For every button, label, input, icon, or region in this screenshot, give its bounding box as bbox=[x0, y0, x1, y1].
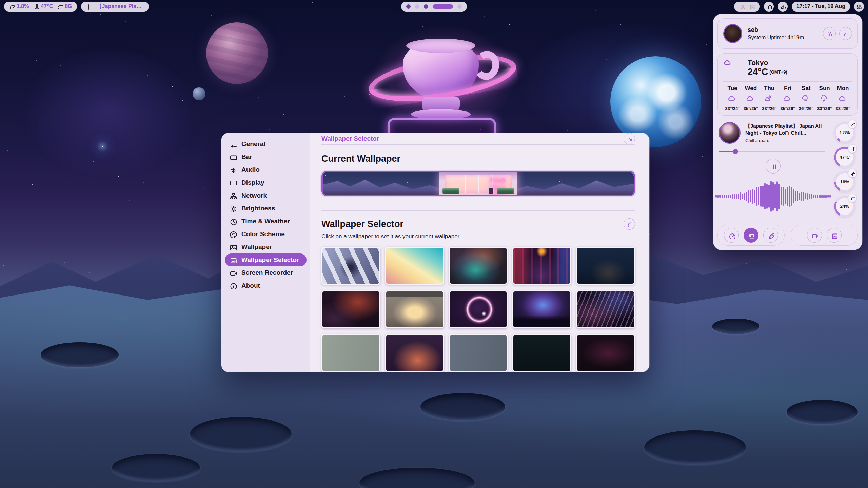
sidebar-item-label: Network bbox=[241, 192, 267, 199]
sidebar-item-color-scheme[interactable]: Color Scheme bbox=[225, 228, 307, 241]
settings-button[interactable] bbox=[823, 27, 836, 40]
play-pause-button[interactable] bbox=[766, 159, 781, 174]
wallpaper-thumbnail[interactable] bbox=[385, 247, 444, 285]
performance-mode-button[interactable] bbox=[724, 228, 739, 243]
sidebar-item-label: Wallpaper Selector bbox=[241, 256, 299, 264]
clock-pill[interactable]: 17:17 - Tue, 19 Aug bbox=[792, 2, 850, 12]
volume-button[interactable] bbox=[778, 2, 788, 12]
sidebar-item-about[interactable]: About bbox=[225, 279, 307, 292]
clock-text: 17:17 - Tue, 19 Aug bbox=[796, 3, 845, 9]
workspace-dot-4-active[interactable] bbox=[433, 4, 453, 9]
forecast-day-label: Thu bbox=[764, 85, 774, 92]
window-title: Wallpaper Selector bbox=[321, 135, 379, 142]
sidebar-item-label: Audio bbox=[241, 166, 260, 174]
sidebar-item-general[interactable]: General bbox=[225, 138, 307, 150]
palette-icon bbox=[230, 231, 237, 238]
media-pill[interactable]: 【Japanese Playlist】 J... bbox=[81, 2, 149, 12]
wallpaper-thumbnail[interactable] bbox=[321, 334, 380, 372]
forecast-temps: 33°/26° bbox=[836, 106, 850, 111]
temp-stat: 47°C bbox=[33, 3, 53, 9]
workspace-dot-2[interactable] bbox=[415, 4, 419, 9]
media-progress-slider[interactable] bbox=[719, 149, 825, 154]
window-icon bbox=[230, 154, 237, 161]
media-pill-title: 【Japanese Playlist】 J... bbox=[97, 3, 144, 10]
refresh-icon bbox=[627, 221, 632, 227]
power-saver-mode-button[interactable] bbox=[763, 228, 778, 243]
wallpaper-thumbnail[interactable] bbox=[385, 290, 444, 328]
wallpaper-thumbnail[interactable] bbox=[512, 334, 571, 372]
wallpaper-thumbnail[interactable] bbox=[512, 247, 571, 285]
crater bbox=[190, 417, 292, 451]
screenshot-button[interactable] bbox=[827, 228, 842, 243]
wallpaper-thumbnail[interactable] bbox=[512, 290, 571, 328]
system-tray[interactable] bbox=[734, 2, 760, 12]
brightness-icon bbox=[230, 205, 237, 212]
slider-thumb[interactable] bbox=[733, 149, 738, 154]
forecast-day-label: Sat bbox=[802, 85, 810, 92]
wallpaper-thumbnail[interactable] bbox=[385, 334, 444, 372]
close-button[interactable] bbox=[624, 133, 635, 144]
sidebar-item-screen-recorder[interactable]: Screen Recorder bbox=[225, 266, 307, 279]
weather-timezone: (GMT+9) bbox=[769, 69, 787, 75]
system-stats-pill[interactable]: 1.8% 47°C 8G bbox=[4, 2, 77, 12]
tray-app-icon[interactable] bbox=[739, 3, 745, 9]
scales-icon bbox=[748, 232, 754, 239]
sidebar-item-wallpaper-selector[interactable]: Wallpaper Selector bbox=[225, 253, 307, 266]
purple-planet bbox=[206, 22, 268, 84]
wallpaper-thumbnail[interactable] bbox=[576, 247, 635, 285]
weather-forecast: Tue 33°/24° Wed 35°/25° Thu 33°/26° Fri bbox=[723, 85, 852, 111]
workspace-dot-5[interactable] bbox=[457, 4, 462, 9]
wallpaper-thumbnail[interactable] bbox=[449, 334, 508, 372]
power-button[interactable] bbox=[839, 27, 852, 40]
wallpaper-thumbnail[interactable] bbox=[321, 247, 380, 285]
close-icon bbox=[627, 136, 632, 141]
forecast-day: Sun 33°/26° bbox=[815, 85, 834, 111]
forecast-day: Sat 36°/26° bbox=[797, 85, 815, 111]
preview-menu-board bbox=[488, 187, 494, 194]
crater bbox=[787, 400, 858, 424]
leaf-icon bbox=[768, 232, 774, 239]
sidebar-item-time-weather[interactable]: Time & Weather bbox=[225, 215, 307, 228]
stat-ring-temperature: 47°C bbox=[834, 147, 855, 168]
wallpaper-thumbnail[interactable] bbox=[321, 290, 380, 328]
crater bbox=[112, 454, 200, 481]
settings-sidebar: General Bar Audio Display Network Bright… bbox=[221, 133, 310, 372]
notifications-button[interactable] bbox=[764, 2, 774, 12]
sidebar-item-bar[interactable]: Bar bbox=[225, 150, 307, 163]
thermometer-icon bbox=[33, 4, 39, 9]
sidebar-item-display[interactable]: Display bbox=[225, 176, 307, 189]
monitor-icon bbox=[230, 179, 237, 186]
cpu-value: 1.8% bbox=[17, 3, 29, 9]
app-launcher-button[interactable] bbox=[854, 2, 864, 12]
workspace-dot-3[interactable] bbox=[424, 4, 428, 9]
wallpaper-thumbnail[interactable] bbox=[576, 334, 635, 372]
balanced-mode-button[interactable] bbox=[744, 228, 758, 243]
control-panel: seb System Uptime: 4h19m Tokyo 24°C(GMT+… bbox=[713, 14, 862, 250]
cloud-icon bbox=[746, 94, 755, 104]
sidebar-item-wallpaper[interactable]: Wallpaper bbox=[225, 241, 307, 253]
sidebar-item-audio[interactable]: Audio bbox=[225, 163, 307, 176]
speaker-icon bbox=[230, 166, 237, 174]
album-art bbox=[719, 122, 741, 144]
user-card: seb System Uptime: 4h19m bbox=[717, 18, 858, 49]
memory-value: 8G bbox=[65, 3, 72, 9]
refresh-button[interactable] bbox=[624, 218, 635, 230]
photo-icon bbox=[831, 232, 837, 239]
tray-photo-icon[interactable] bbox=[749, 3, 755, 9]
forecast-day-label: Mon bbox=[837, 85, 849, 92]
sidebar-item-brightness[interactable]: Brightness bbox=[225, 202, 307, 215]
sidebar-item-network[interactable]: Network bbox=[225, 189, 307, 202]
stat-ring-memory: 16% bbox=[834, 171, 855, 192]
chip-icon bbox=[850, 171, 855, 176]
wallpaper-thumbnail[interactable] bbox=[449, 247, 508, 285]
wallpaper-thumbnail[interactable] bbox=[576, 290, 635, 328]
speaker-icon bbox=[780, 4, 786, 9]
screen-record-button[interactable] bbox=[807, 228, 822, 243]
chip-icon bbox=[57, 4, 63, 9]
workspace-dot-1[interactable] bbox=[406, 4, 411, 9]
weather-temp: 24°C bbox=[748, 67, 768, 77]
wallpaper-thumbnail[interactable] bbox=[449, 290, 508, 328]
forecast-day: Tue 33°/24° bbox=[723, 85, 742, 111]
sidebar-item-label: General bbox=[241, 140, 265, 148]
user-name: seb bbox=[748, 26, 817, 34]
